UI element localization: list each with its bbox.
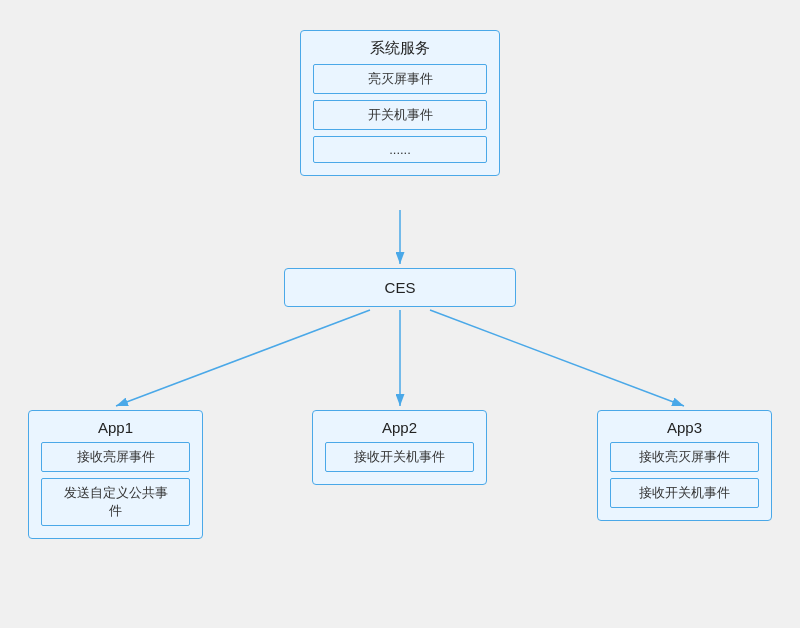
svg-line-2 (116, 310, 370, 406)
app3-event-1: 接收开关机事件 (610, 478, 759, 508)
system-service-title: 系统服务 (301, 31, 499, 64)
app3-title: App3 (598, 411, 771, 442)
app2-box: App2 接收开关机事件 (312, 410, 487, 485)
app2-events: 接收开关机事件 (313, 442, 486, 484)
ces-title: CES (285, 269, 515, 306)
ces-box: CES (284, 268, 516, 307)
system-event-0: 亮灭屏事件 (313, 64, 487, 94)
app2-title: App2 (313, 411, 486, 442)
svg-line-4 (430, 310, 684, 406)
app3-box: App3 接收亮灭屏事件 接收开关机事件 (597, 410, 772, 521)
app1-event-0: 接收亮屏事件 (41, 442, 190, 472)
system-events: 亮灭屏事件 开关机事件 ...... (301, 64, 499, 175)
app1-event-1: 发送自定义公共事件 (41, 478, 190, 526)
app3-events: 接收亮灭屏事件 接收开关机事件 (598, 442, 771, 520)
system-service-box: 系统服务 亮灭屏事件 开关机事件 ...... (300, 30, 500, 176)
app1-title: App1 (29, 411, 202, 442)
app1-box: App1 接收亮屏事件 发送自定义公共事件 (28, 410, 203, 539)
system-event-2: ...... (313, 136, 487, 163)
system-event-1: 开关机事件 (313, 100, 487, 130)
app2-event-0: 接收开关机事件 (325, 442, 474, 472)
app3-event-0: 接收亮灭屏事件 (610, 442, 759, 472)
app1-events: 接收亮屏事件 发送自定义公共事件 (29, 442, 202, 538)
diagram: 系统服务 亮灭屏事件 开关机事件 ...... CES App1 接收亮屏事件 … (0, 0, 800, 628)
